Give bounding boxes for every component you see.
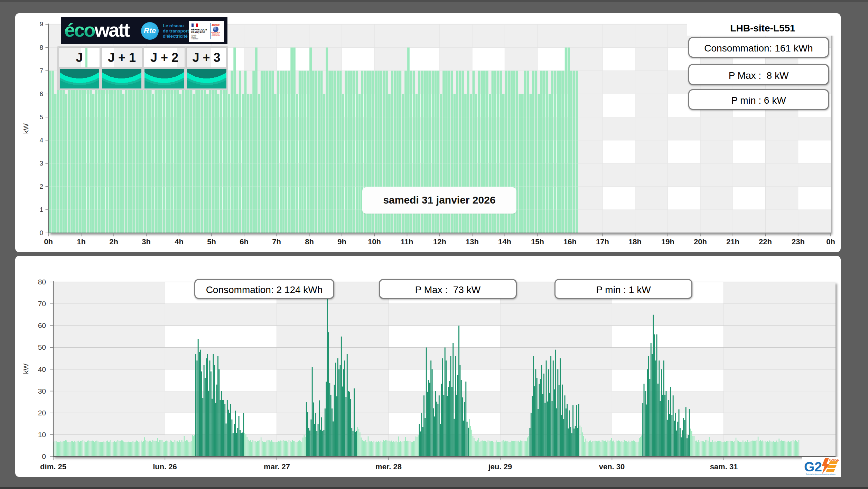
svg-text:FRANCE: FRANCE xyxy=(828,458,839,461)
svg-text:G2: G2 xyxy=(804,459,822,474)
svg-text:Optimisation des ressources én: Optimisation des ressources énergétiques xyxy=(806,473,836,475)
